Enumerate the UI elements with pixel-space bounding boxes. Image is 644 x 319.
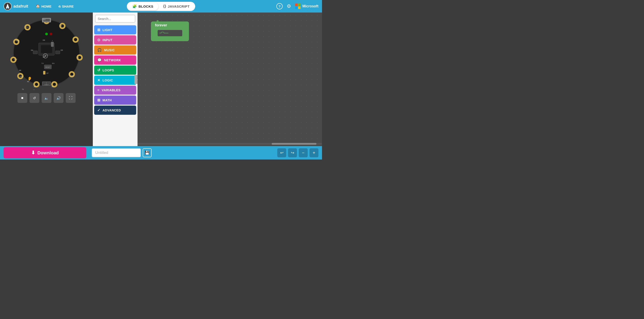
share-link[interactable]: ⎋ SHARE — [56, 3, 77, 10]
adafruit-icon — [4, 2, 12, 10]
save-icon: 💾 — [145, 150, 150, 155]
project-name-input[interactable] — [92, 148, 141, 157]
category-light[interactable]: ⊞ LIGHT — [94, 25, 136, 35]
javascript-label: JAVASCRIPT — [168, 5, 190, 8]
brand-logo[interactable]: adafruit — [4, 2, 28, 10]
svg-text:RESET: RESET — [45, 67, 50, 68]
undo-button[interactable]: ↩ — [277, 148, 286, 157]
zoom-in-icon: + — [312, 150, 315, 155]
help-button[interactable]: ? — [276, 3, 283, 10]
navbar: adafruit 🏠 HOME ⎋ SHARE 🧩 BLOCKS {} JAVA… — [0, 0, 322, 13]
collapse-toolbox-button[interactable]: ‹ — [134, 75, 138, 84]
audio-button[interactable]: 🔈 — [42, 93, 52, 103]
microsoft-icon — [295, 4, 300, 9]
project-name-area: 💾 — [92, 148, 152, 157]
loops-label: LOOPS — [103, 69, 114, 72]
svg-text:D3: D3 — [43, 19, 46, 21]
svg-text:3.3V: 3.3V — [14, 58, 18, 60]
fullscreen-button[interactable]: ⛶ — [66, 93, 76, 103]
svg-text:GND: GND — [20, 75, 24, 77]
svg-text:A1: A1 — [52, 86, 54, 88]
category-variables[interactable]: ≡ VARIABLES — [94, 86, 136, 95]
stop-icon: ■ — [21, 96, 24, 100]
svg-text:A9: A9 — [60, 25, 62, 27]
blocks-icon: 🧩 — [132, 4, 137, 9]
category-input[interactable]: ⊙ INPUT — [94, 35, 136, 45]
svg-text:A6: A6 — [19, 69, 21, 71]
svg-text:A0: A0 — [27, 81, 29, 83]
loops-icon: ↺ — [97, 68, 100, 72]
category-network[interactable]: 💬 NETWORK — [94, 56, 136, 65]
variables-icon: ≡ — [97, 88, 100, 92]
zoom-in-button[interactable]: + — [310, 148, 318, 157]
category-math[interactable]: ⊞ MATH — [94, 96, 136, 105]
workspace-panel[interactable]: forever — [138, 13, 322, 146]
toolbox-panel: 🔍 ⊞ LIGHT ⊙ INPUT 🎧 MUSIC 💬 NETWORK ↺ LO… — [93, 13, 138, 146]
brand-name: adafruit — [14, 4, 28, 9]
svg-text:D5: D5 — [60, 49, 63, 51]
category-logic[interactable]: ✕ LOGIC — [94, 76, 136, 85]
zoom-out-button[interactable]: − — [299, 148, 308, 157]
variables-label: VARIABLES — [102, 88, 120, 92]
svg-text:♪: ♪ — [33, 88, 35, 90]
board-container: RESET TX RX ♪ D3 A9 SCL SDA 3.3V GND A0 … — [10, 16, 84, 90]
category-music[interactable]: 🎧 MUSIC — [94, 46, 136, 55]
restart-button[interactable]: ↺ — [30, 93, 39, 103]
svg-text:D4: D4 — [31, 49, 33, 51]
home-link[interactable]: 🏠 HOME — [33, 3, 54, 10]
svg-point-64 — [50, 33, 52, 35]
redo-button[interactable]: ↪ — [288, 148, 297, 157]
javascript-tab[interactable]: {} JAVASCRIPT — [158, 3, 194, 10]
bottom-bar: ⬇ Download 💾 ↩ ↪ − + — [0, 146, 322, 160]
svg-point-33 — [45, 56, 46, 56]
network-icon: 💬 — [97, 58, 102, 62]
microsoft-label: Microsoft — [302, 4, 318, 8]
input-icon: ⊙ — [97, 38, 100, 42]
svg-text:A8: A8 — [43, 56, 45, 58]
svg-rect-36 — [33, 51, 38, 54]
forever-block[interactable]: forever — [151, 22, 189, 41]
svg-text:D7: D7 — [46, 73, 48, 74]
share-label: SHARE — [62, 5, 74, 8]
search-input[interactable] — [98, 17, 138, 21]
download-button[interactable]: ⬇ Download — [4, 147, 86, 158]
category-loops[interactable]: ↺ LOOPS — [94, 66, 136, 75]
input-label: INPUT — [103, 38, 113, 42]
scrollbar-thumb[interactable] — [272, 143, 316, 145]
redo-icon: ↪ — [291, 150, 294, 155]
speaker-button[interactable]: 🔊 — [54, 93, 64, 103]
settings-icon: ⚙ — [287, 3, 291, 9]
svg-text:SCL: SCL — [25, 26, 29, 28]
svg-rect-34 — [51, 42, 54, 47]
svg-text:RX: RX — [52, 62, 55, 65]
blocks-tab[interactable]: 🧩 BLOCKS — [128, 3, 158, 10]
speaker-icon: 🔊 — [56, 96, 61, 100]
undo-icon: ↩ — [280, 150, 284, 155]
svg-text:D8: D8 — [43, 39, 45, 41]
category-advanced[interactable]: ✓ ADVANCED — [94, 106, 136, 115]
svg-point-21 — [53, 83, 56, 86]
block-notch — [156, 20, 160, 22]
light-icon: ⊞ — [97, 28, 100, 32]
search-box: 🔍 — [95, 15, 135, 23]
stop-button[interactable]: ■ — [18, 93, 27, 103]
svg-rect-30 — [41, 45, 52, 53]
simulator-panel: RESET TX RX ♪ D3 A9 SCL SDA 3.3V GND A0 … — [0, 13, 93, 146]
sim-controls: ■ ↺ 🔈 🔊 ⛶ — [18, 93, 76, 103]
home-icon: 🏠 — [36, 4, 40, 8]
save-button[interactable]: 💾 — [143, 148, 152, 157]
block-forever-bottom — [151, 37, 189, 41]
workspace-scrollbar[interactable] — [138, 143, 322, 145]
restart-icon: ↺ — [33, 96, 36, 100]
audio-icon: 🔈 — [44, 96, 49, 100]
svg-point-2 — [7, 8, 8, 9]
js-icon: {} — [163, 4, 166, 8]
blocks-label: BLOCKS — [138, 5, 153, 8]
svg-text:A0: A0 — [34, 86, 36, 88]
settings-button[interactable]: ⚙ — [287, 3, 291, 9]
svg-text:A2: A2 — [77, 57, 79, 59]
svg-point-63 — [45, 33, 48, 35]
share-icon: ⎋ — [58, 5, 60, 8]
microsoft-brand: Microsoft — [295, 4, 318, 9]
music-label: MUSIC — [104, 48, 115, 52]
